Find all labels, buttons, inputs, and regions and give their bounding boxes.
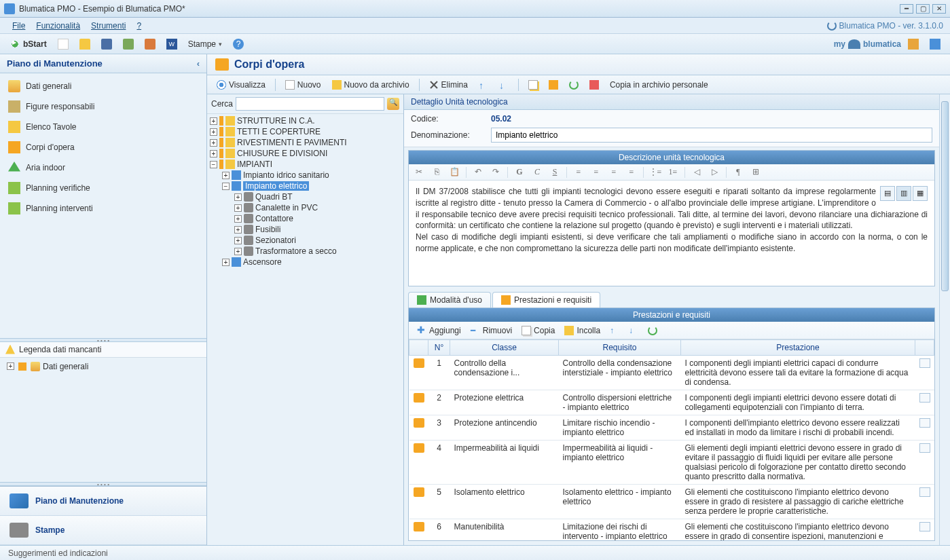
copia-archivio-dropdown[interactable]: Copia in archivio personale (606, 79, 712, 91)
export-button[interactable] (119, 37, 138, 51)
incolla-button[interactable]: Incolla (562, 324, 603, 337)
elimina-button[interactable]: Elimina (425, 79, 472, 91)
legend-item-dati[interactable]: + Dati generali (7, 362, 200, 371)
copia-button[interactable]: Copia (519, 324, 558, 337)
tree-idrico[interactable]: +Impianto idrico sanitario (222, 170, 401, 181)
search-input[interactable] (236, 97, 384, 111)
stampe-dropdown[interactable]: Stampe (184, 38, 226, 50)
table-row[interactable]: 5Isolamento elettricoIsolamento elettric… (409, 485, 934, 519)
nav-figure[interactable]: Figure responsabili (0, 96, 206, 117)
col-prestazione[interactable]: Prestazione (681, 340, 915, 356)
table-row[interactable]: 6ManutenibilitàLimitazione dei rischi di… (409, 519, 934, 541)
layout-option-2[interactable]: ▥ (896, 186, 911, 201)
cut-button[interactable]: ✂ (413, 166, 425, 179)
nav-interventi[interactable]: Planning interventi (0, 198, 206, 219)
aggiungi-button[interactable]: Aggiungi (414, 324, 464, 337)
menu-funzionalita[interactable]: Funzionalità (31, 20, 86, 32)
row-edit-button[interactable] (919, 522, 930, 531)
tree-tetti[interactable]: +TETTI E COPERTURE (210, 126, 401, 137)
table-row[interactable]: 3Protezione antincendioLimitare rischio … (409, 415, 934, 441)
refresh-button[interactable] (565, 79, 583, 91)
new-button[interactable] (54, 37, 73, 51)
nav-tavole[interactable]: Elenco Tavole (0, 117, 206, 137)
outdent-button[interactable]: ◁ (691, 166, 703, 179)
minimize-button[interactable]: ━ (900, 4, 913, 14)
menu-help[interactable]: ? (131, 20, 147, 32)
tree-chiusure[interactable]: +CHIUSURE E DIVISIONI (210, 148, 401, 159)
number-button[interactable]: 1≡ (667, 166, 679, 179)
tree-impianti[interactable]: −IMPIANTI (210, 159, 401, 170)
tree-trasformatore[interactable]: +Trasformatore a secco (234, 246, 401, 257)
nav-dati-generali[interactable]: Dati generali (0, 76, 206, 96)
row-edit-button[interactable] (919, 487, 930, 497)
table-row[interactable]: 4Impermeabilità ai liquidiImpermeabilità… (409, 441, 934, 485)
align-left-button[interactable]: ≡ (572, 166, 585, 179)
nav-aria[interactable]: Aria indoor (0, 157, 206, 178)
down-button[interactable] (495, 79, 513, 91)
indent-button[interactable]: ▷ (708, 166, 720, 179)
tree-fusibili[interactable]: +Fusibili (234, 224, 401, 235)
col-classe[interactable]: Classe (450, 340, 559, 356)
bullet-button[interactable]: ⋮≡ (649, 166, 661, 179)
bottom-nav-stampe[interactable]: Stampe (0, 516, 206, 545)
layout-option-3[interactable]: ▦ (913, 186, 928, 201)
pilcrow-button[interactable]: ¶ (732, 166, 744, 179)
col-num[interactable]: N° (428, 340, 450, 356)
help-button[interactable] (229, 37, 248, 51)
word-button[interactable] (162, 37, 181, 51)
menu-file[interactable]: File (7, 20, 31, 32)
table-button[interactable]: ⊞ (750, 166, 762, 179)
underline-button[interactable]: S (549, 166, 561, 179)
tab-modalita[interactable]: Modalità d'uso (408, 292, 491, 307)
bold-button[interactable]: G (513, 166, 526, 179)
align-right-button[interactable]: ≡ (608, 166, 620, 179)
collapse-left-button[interactable]: ‹ (197, 58, 200, 69)
editor-body[interactable]: ▤ ▥ ▦ Il DM 37/2008 stabilisce che tutti… (409, 181, 934, 286)
nav-corpi[interactable]: Corpi d'opera (0, 137, 206, 157)
vertical-scrollbar[interactable] (939, 94, 950, 545)
tree-ascensore[interactable]: +Ascensore (222, 257, 401, 267)
copy-button[interactable] (524, 79, 542, 91)
paste-button-editor[interactable]: 📋 (448, 166, 460, 179)
redo-button[interactable]: ↷ (490, 166, 502, 179)
row-up-button[interactable] (607, 324, 622, 337)
maximize-button[interactable]: ▢ (916, 4, 930, 14)
copy-button-editor[interactable]: ⎘ (431, 166, 443, 179)
tree-canalette[interactable]: +Canalette in PVC (234, 202, 401, 213)
rimuovi-button[interactable]: Rimuovi (468, 324, 515, 337)
row-edit-button[interactable] (919, 443, 930, 453)
table-row[interactable]: 2Protezione elettricaControllo dispersio… (409, 390, 934, 415)
align-center-button[interactable]: ≡ (590, 166, 602, 179)
table-row[interactable]: 1Controllo della condensazione i...Contr… (409, 356, 934, 390)
tree-sezionatori[interactable]: +Sezionatori (234, 235, 401, 246)
row-edit-button[interactable] (919, 393, 930, 403)
tree-quadri[interactable]: +Quadri BT (234, 191, 401, 202)
row-refresh-button[interactable] (645, 324, 660, 337)
up-button[interactable] (475, 79, 492, 91)
link-button[interactable] (926, 37, 945, 51)
justify-button[interactable]: ≡ (625, 166, 638, 179)
tree-strutture[interactable]: +STRUTTURE IN C.A. (210, 115, 401, 126)
row-down-button[interactable] (626, 324, 641, 337)
visualizza-dropdown[interactable]: Visualizza (213, 79, 270, 91)
save-button[interactable] (97, 37, 116, 51)
tree-rivestimenti[interactable]: +RIVESTIMENTI E PAVIMENTI (210, 137, 401, 148)
nuovo-dropdown[interactable]: Nuovo (281, 79, 325, 91)
tree-elettrico[interactable]: −Impianto elettrico (222, 181, 401, 191)
settings-button[interactable] (904, 37, 923, 51)
paste-button[interactable] (545, 79, 562, 91)
nuovo-archivio-dropdown[interactable]: Nuovo da archivio (328, 79, 414, 91)
italic-button[interactable]: C (531, 166, 543, 179)
close-button[interactable]: ✕ (932, 4, 946, 14)
bstart-button[interactable]: bStart (5, 37, 51, 51)
search-button[interactable] (387, 98, 399, 110)
open-button[interactable] (75, 37, 94, 51)
undo-button[interactable]: ↶ (472, 166, 484, 179)
row-edit-button[interactable] (919, 358, 930, 368)
tab-prestazioni[interactable]: Prestazioni e requisiti (492, 292, 600, 307)
tree-contattore[interactable]: +Contattore (234, 213, 401, 224)
col-requisito[interactable]: Requisito (559, 340, 681, 356)
denominazione-input[interactable] (491, 128, 932, 143)
layout-option-1[interactable]: ▤ (880, 186, 895, 201)
row-edit-button[interactable] (919, 418, 930, 428)
